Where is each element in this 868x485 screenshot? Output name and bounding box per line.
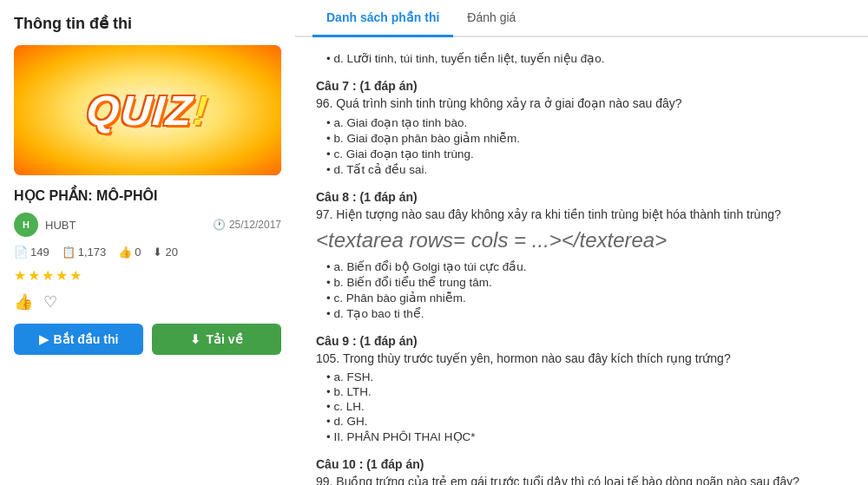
download-icon: ⬇ [190, 332, 201, 346]
quiz-label: QUIZ! [84, 87, 210, 134]
q9-answer-b: b. LTH. [326, 385, 847, 398]
prev-answers-list: d. Lưỡi tinh, túi tinh, tuyến tiền liệt,… [316, 51, 847, 65]
question-9-block: Câu 9 : (1 đáp án) 105. Trong thùy trước… [316, 334, 847, 443]
buttons-row: ▶ Bắt đầu thi ⬇ Tải về [14, 324, 281, 355]
left-panel: Thông tin đề thi QUIZ! HỌC PHẦN: MÔ-PHÔI… [0, 0, 295, 485]
stars-row: ★ ★ ★ ★ ★ [14, 267, 281, 284]
q9-section-header: II. PHÂN PHÔI THAI HỌC* [326, 429, 847, 443]
stat-downloads: ⬇ 20 [153, 246, 177, 259]
date-text: 25/12/2017 [229, 219, 281, 231]
q9-answer-d: d. GH. [326, 415, 847, 428]
question-10-block: Câu 10 : (1 đáp án) 99. Buồng trứng của … [316, 457, 847, 485]
thumbsup-icon[interactable]: 👍 [14, 292, 33, 311]
quiz-image: QUIZ! [14, 45, 281, 175]
play-icon: ▶ [39, 332, 49, 346]
tab-danh-sach-label: Danh sách phần thi [326, 10, 439, 24]
prev-answer-block: d. Lưỡi tinh, túi tinh, tuyến tiền liệt,… [316, 51, 847, 65]
content-area[interactable]: d. Lưỡi tinh, túi tinh, tuyến tiền liệt,… [295, 37, 868, 485]
tab-danh-gia[interactable]: Đánh giá [453, 0, 529, 37]
stats-row: 📄 149 📋 1,173 👍 0 ⬇ 20 [14, 246, 281, 259]
q8-answer-a: a. Biến đổi bộ Golgi tạo túi cực đầu. [326, 259, 847, 273]
star-5: ★ [69, 267, 82, 284]
author-row: H HUBT 🕐 25/12/2017 [14, 213, 281, 237]
question-10-label: Câu 10 : (1 đáp án) [316, 457, 847, 471]
author-name: HUBT [45, 219, 76, 232]
question-7-text: 96. Quá trình sinh tinh trùng không xảy … [316, 96, 847, 110]
question-9-answers: a. FSH. b. LTH. c. LH. d. GH. II. PHÂN P… [316, 370, 847, 443]
question-9-label: Câu 9 : (1 đáp án) [316, 334, 847, 348]
download-label: Tải về [206, 332, 242, 346]
star-3: ★ [42, 267, 54, 284]
q7-answer-b: b. Giai đoạn phân bào giảm nhiễm. [326, 131, 847, 145]
doc-icon: 📄 [14, 246, 28, 259]
avatar: H [14, 213, 38, 237]
q8-answer-c: c. Phân bào giảm nhiễm. [326, 291, 847, 305]
question-7-label: Câu 7 : (1 đáp án) [316, 79, 847, 93]
prev-answer-item: d. Lưỡi tinh, túi tinh, tuyến tiền liệt,… [326, 51, 847, 65]
q9-answer-c: c. LH. [326, 400, 847, 413]
like-icon: 👍 [118, 246, 132, 259]
tab-danh-gia-label: Đánh giá [467, 10, 516, 24]
q8-answer-b: b. Biến đổi tiểu thể trung tâm. [326, 275, 847, 289]
stat-count1: 📄 149 [14, 246, 49, 259]
page-title: Thông tin đề thi [14, 14, 281, 33]
stat-count2-value: 1,173 [78, 246, 107, 259]
stat-count2: 📋 1,173 [62, 246, 107, 259]
clock-icon: 🕐 [213, 219, 226, 231]
heart-icon[interactable]: ♡ [43, 292, 57, 311]
q7-answer-d: d. Tất cả đều sai. [326, 162, 847, 176]
download-button[interactable]: ⬇ Tải về [152, 324, 281, 355]
list-icon: 📋 [62, 246, 76, 259]
q8-answer-d: d. Tạo bao ti thể. [326, 306, 847, 320]
actions-row: 👍 ♡ [14, 292, 281, 311]
question-9-text: 105. Trong thùy trước tuyến yên, hormon … [316, 351, 847, 365]
stat-likes-value: 0 [135, 246, 141, 259]
stat-downloads-value: 20 [165, 246, 177, 259]
question-7-answers: a. Giai đoạn tạo tinh bào. b. Giai đoạn … [316, 115, 847, 176]
star-4: ★ [56, 267, 68, 284]
start-button[interactable]: ▶ Bắt đầu thi [14, 324, 143, 355]
q7-answer-c: c. Giai đoạn tạo tinh trùng. [326, 147, 847, 161]
question-8-text: 97. Hiện tượng nào sau đây không xảy ra … [316, 207, 847, 221]
tab-danh-sach[interactable]: Danh sách phần thi [312, 0, 453, 37]
question-8-block: Câu 8 : (1 đáp án) 97. Hiện tượng nào sa… [316, 190, 847, 320]
date-row: 🕐 25/12/2017 [213, 219, 281, 231]
avatar-label: H [23, 220, 30, 230]
tabs-bar: Danh sách phần thi Đánh giá [295, 0, 868, 37]
question-7-block: Câu 7 : (1 đáp án) 96. Quá trình sinh ti… [316, 79, 847, 176]
stat-likes: 👍 0 [118, 246, 141, 259]
question-10-text: 99. Buồng trứng của trẻ em gái trước tuổ… [316, 475, 847, 485]
stat-count1-value: 149 [30, 246, 49, 259]
q9-answer-a: a. FSH. [326, 370, 847, 383]
question-8-answers: a. Biến đổi bộ Golgi tạo túi cực đầu. b.… [316, 259, 847, 320]
q7-answer-a: a. Giai đoạn tạo tinh bào. [326, 115, 847, 129]
textarea-placeholder: <textarea rows= cols = ...></texterea> [316, 228, 847, 252]
star-2: ★ [28, 267, 40, 284]
subject-title: HỌC PHẦN: MÔ-PHÔI [14, 187, 281, 204]
right-panel: Danh sách phần thi Đánh giá d. Lưỡi tinh… [295, 0, 868, 485]
download-icon-stat: ⬇ [153, 246, 162, 259]
start-label: Bắt đầu thi [54, 332, 119, 346]
star-1: ★ [14, 267, 26, 284]
question-8-label: Câu 8 : (1 đáp án) [316, 190, 847, 204]
